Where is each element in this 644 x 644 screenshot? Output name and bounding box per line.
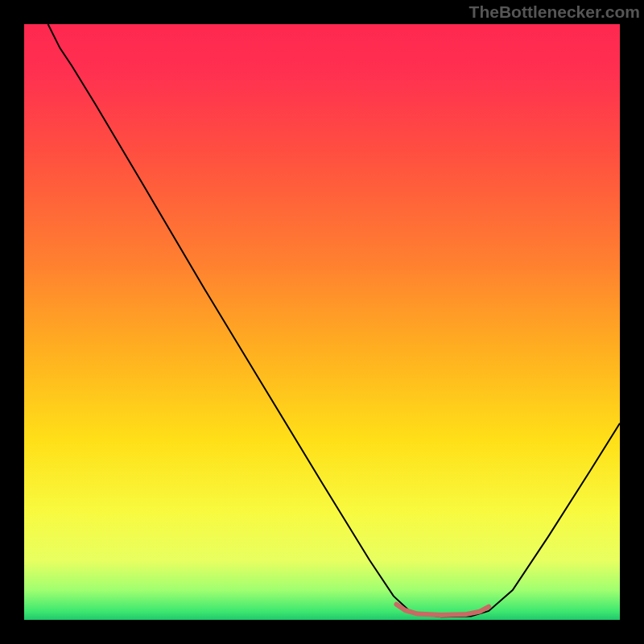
bottleneck-chart: TheBottlenecker.com (0, 0, 644, 644)
chart-plot-area (24, 24, 620, 620)
watermark-text: TheBottlenecker.com (469, 2, 640, 21)
